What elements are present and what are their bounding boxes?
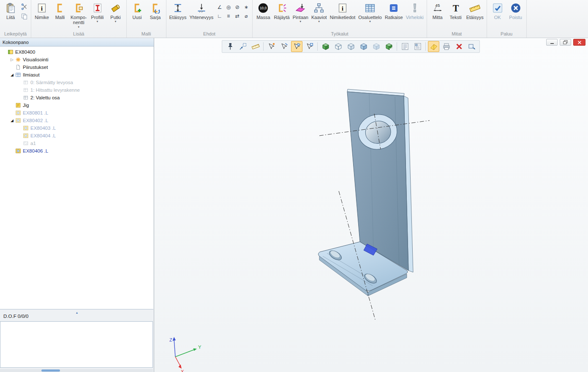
- constraint-concentric[interactable]: ◎: [224, 3, 233, 11]
- toolbar-separator: [425, 42, 426, 51]
- vp-delete[interactable]: [453, 41, 465, 52]
- vp-measure[interactable]: [250, 41, 261, 52]
- scrollbar-thumb[interactable]: [41, 369, 60, 372]
- explode-button[interactable]: Räjäytä: [272, 1, 291, 20]
- vp-select-volume[interactable]: [304, 41, 315, 52]
- tree-item-2-valettu-osa[interactable]: 2: Valettu osa: [0, 94, 153, 101]
- representations-icon: [15, 72, 22, 78]
- vp-render-plane[interactable]: [428, 41, 439, 52]
- tree-item-jig[interactable]: Jig: [0, 101, 153, 109]
- button-label: Sarja: [150, 15, 161, 20]
- tree-item-ex80402-l[interactable]: ◢EX80402 .L: [0, 117, 153, 124]
- tree-item-label: EX80400: [15, 49, 35, 55]
- expander-open-icon[interactable]: ◢: [9, 73, 15, 77]
- vp-snap-plane[interactable]: [291, 41, 302, 52]
- hatch-icon: [22, 140, 29, 146]
- tree-item-piirustukset[interactable]: Piirustukset: [0, 63, 153, 71]
- to-surface-button[interactable]: Pintaan▼: [291, 1, 310, 23]
- text-button[interactable]: TTeksti: [447, 1, 465, 20]
- restore-button[interactable]: [560, 39, 571, 46]
- tree-item-label: EX80402 .L: [23, 118, 48, 123]
- constraint-symmetry[interactable]: ∗: [242, 3, 250, 11]
- vp-ghost-box[interactable]: [370, 41, 382, 52]
- tree-item-visualisointi[interactable]: ▷Visualisointi: [0, 56, 153, 63]
- constraint-perpendicular[interactable]: ∟: [215, 11, 224, 20]
- item-info-button[interactable]: iNimiketiedot: [329, 1, 357, 20]
- ribbon-group-label: Leikepöytä: [2, 31, 29, 38]
- clipboard-icon: [5, 2, 16, 14]
- tree-item-ex80400[interactable]: EX80400: [0, 48, 153, 56]
- cut-button[interactable]: [20, 3, 29, 11]
- vp-print[interactable]: [441, 41, 452, 52]
- ribbon-group-1: iNimikeMalliKompo- nentti▼Profiili▼Putki…: [31, 0, 127, 38]
- dof-value: D.O.F 0/0/0: [3, 314, 28, 319]
- model-button[interactable]: Malli: [51, 1, 69, 20]
- vp-pin[interactable]: [224, 41, 236, 52]
- sidebar-header: Kokoonpano: [0, 38, 154, 46]
- series-button[interactable]: Sarja: [147, 1, 164, 20]
- paste-button[interactable]: Liitä: [2, 1, 19, 20]
- tree-item-ex80406-l[interactable]: EX80406 .L: [0, 147, 153, 155]
- ok-button[interactable]: OK: [489, 1, 506, 20]
- small-button-stack: [20, 1, 29, 21]
- constraint-exclude[interactable]: ⊘: [233, 3, 242, 11]
- dropdown-caret-icon: ▼: [114, 20, 117, 23]
- ok-check-icon: [492, 2, 503, 14]
- minimize-icon: [550, 41, 554, 44]
- constraint-parallel[interactable]: ≡: [224, 11, 233, 20]
- profile-i-icon: [92, 2, 103, 14]
- diagrams-button[interactable]: Kaaviot▼: [310, 1, 328, 23]
- copy-button[interactable]: [20, 12, 29, 21]
- button-label: Malli: [55, 15, 65, 20]
- constraint-angle[interactable]: ∠: [215, 3, 224, 11]
- tree-item-1-hitsattu-levyrakenne[interactable]: 1: Hitsattu levyrakenne: [0, 86, 153, 94]
- expander-closed-icon[interactable]: ▷: [9, 57, 15, 62]
- parts-list-icon: [365, 2, 376, 14]
- vp-solid-accept[interactable]: [383, 41, 395, 52]
- distance-v-icon: [172, 2, 183, 14]
- model-c-icon: [54, 2, 65, 14]
- vp-snap-point[interactable]: [266, 41, 277, 52]
- profile-button[interactable]: Profiili▼: [89, 1, 106, 23]
- constraint-swap[interactable]: ⇄: [233, 11, 242, 20]
- solve-button[interactable]: Ratkaise: [384, 1, 404, 20]
- pipe-button[interactable]: Putki▼: [107, 1, 125, 23]
- exit-button[interactable]: Poistu: [507, 1, 525, 20]
- tree-item-ex80403-l[interactable]: EX80403 .L: [0, 124, 153, 132]
- minimize-button[interactable]: [546, 39, 558, 46]
- horizontal-scrollbar[interactable]: [0, 369, 153, 372]
- svg-text:T: T: [452, 3, 459, 14]
- dimension-button[interactable]: 45Mitta: [429, 1, 446, 20]
- parts-list-button[interactable]: Osaluettelo▼: [357, 1, 383, 23]
- close-button[interactable]: [573, 39, 585, 46]
- vp-feature-list[interactable]: [399, 41, 411, 52]
- mass-button[interactable]: 10,0Massa: [254, 1, 272, 20]
- tree-item-0-s-rm-tty-levyosa[interactable]: 0: Särmätty levyosa: [0, 79, 153, 86]
- coincidence-button[interactable]: Yhtenevyys: [188, 1, 215, 20]
- expander-open-icon[interactable]: ◢: [9, 118, 15, 123]
- vp-solid-view[interactable]: [320, 41, 331, 52]
- vp-hidden-box[interactable]: [345, 41, 357, 52]
- vp-shaded-box[interactable]: [358, 41, 369, 52]
- pipe-icon: [110, 2, 121, 14]
- distance-constraint-button[interactable]: Etäisyys: [168, 1, 188, 20]
- part-3d-model[interactable]: Z Y X: [154, 38, 588, 372]
- tree-item-a1[interactable]: a1: [0, 140, 153, 147]
- distance-measure-button[interactable]: Etäisyys: [465, 1, 485, 20]
- button-label: Profiili: [91, 15, 104, 20]
- viewport-3d[interactable]: Z Y X: [154, 38, 588, 372]
- error-log-button[interactable]: Virheloki: [405, 1, 425, 20]
- vp-link-window[interactable]: [466, 41, 477, 52]
- component-button[interactable]: Kompo- nentti▼: [69, 1, 88, 29]
- vp-snap-axis[interactable]: [278, 41, 290, 52]
- text-t-icon: T: [450, 2, 461, 14]
- tree-item-ex80404-l[interactable]: EX80404 .L: [0, 132, 153, 140]
- new-button[interactable]: Uusi: [128, 1, 146, 20]
- vp-part-list[interactable]: [412, 41, 423, 52]
- tree-item-ex80801-l[interactable]: EX80801 .L: [0, 109, 153, 117]
- vp-drag-select[interactable]: [237, 41, 248, 52]
- vp-wire-box[interactable]: [332, 41, 344, 52]
- constraint-tangent[interactable]: ⌀: [242, 11, 250, 20]
- tree-item-ilmiasut[interactable]: ◢Ilmiasut: [0, 71, 153, 79]
- item-button[interactable]: iNimike: [33, 1, 51, 20]
